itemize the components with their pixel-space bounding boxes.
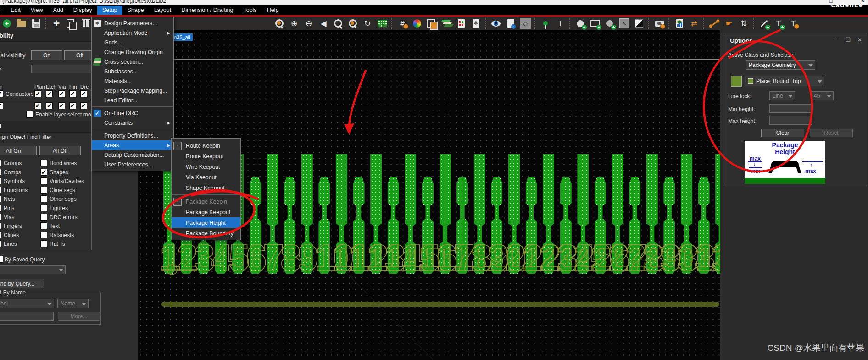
layer-checkbox-row1-Drc[interactable]: ✓ [80,102,87,109]
find-checkbox-comps[interactable] [0,169,1,176]
enable-layer-select-checkbox[interactable] [26,111,33,118]
zoom-in-icon[interactable]: ⊕ [289,18,300,29]
layer-checkbox-Conductors-Drc[interactable]: ✓ [80,90,87,97]
find-checkbox-text[interactable] [40,222,47,229]
global-on-button[interactable]: On [31,50,62,60]
name-input[interactable] [0,312,54,321]
edit-text-icon[interactable]: T [788,18,799,29]
layer-row-select-checkbox[interactable]: ✓ [0,90,3,97]
layer-col-drc[interactable]: Drc [80,84,89,89]
move-icon[interactable]: ✚ [51,18,62,29]
class-dropdown[interactable]: Package Geometry [746,60,815,70]
global-off-button[interactable]: Off [64,50,95,60]
layer-checkbox-row1-Via[interactable]: ✓ [58,102,65,109]
zoom-previous-icon[interactable]: ◀ [318,18,329,29]
cross-section-icon[interactable] [441,18,452,29]
snapshot-icon[interactable] [654,18,665,29]
subclass-dropdown[interactable]: Place_Bound_Top [745,76,824,86]
flip-design-icon[interactable]: ⇄ [689,18,700,29]
subclass-color-swatch[interactable] [731,76,742,87]
options-float-icon[interactable]: ❐ [846,37,851,43]
setup-menu-item-property-definitions-[interactable]: Property Definitions... [92,131,173,140]
text-cursor-icon[interactable]: I [555,18,566,29]
find-checkbox-other-segs[interactable] [40,195,47,202]
copy-icon[interactable] [66,18,77,29]
find-checkbox-voids-cavities[interactable] [40,177,47,184]
all-off-button[interactable]: All Off [39,146,81,155]
edit-boundary-icon[interactable] [634,18,645,29]
zoom-out-icon[interactable]: ⊖ [303,18,314,29]
menu-display[interactable]: Display [68,6,97,15]
areas-submenu-item-package-keepin[interactable]: ▫Package Keepin [172,196,240,207]
layer-col-plan[interactable]: Plan [34,84,45,89]
options-minimize-icon[interactable]: ─ [834,37,838,43]
menu-add[interactable]: Add [48,6,68,15]
max-height-input[interactable] [769,116,812,125]
layer-col-via[interactable]: Via [58,84,66,89]
setup-menu-item-lead-editor-[interactable]: Lead Editor... [92,95,173,105]
options-close-icon[interactable]: ✕ [857,37,862,43]
shadow-mode-icon[interactable] [426,18,437,29]
reports-icon[interactable] [674,18,685,29]
add-rect-shape-icon[interactable]: + [590,18,601,29]
find-checkbox-cline-segs[interactable] [40,187,47,194]
menu-layout[interactable]: Layout [149,6,177,15]
color192-icon[interactable] [412,18,423,29]
add-line-icon[interactable]: + [758,18,769,29]
add-connect-line-icon[interactable] [709,18,720,29]
setup-menu-item-grids-[interactable]: Grids... [92,38,173,47]
menu-view[interactable]: View [26,6,48,15]
find-checkbox-bond-wires[interactable] [40,160,47,166]
setup-menu-item-constraints[interactable]: Constraints▶ [92,118,173,127]
line-lock-angle-dropdown[interactable]: 45 [811,91,834,100]
add-polygon-shape-icon[interactable]: + [575,18,586,29]
open-design-icon[interactable] [16,18,27,29]
zoom-points-icon[interactable] [274,18,285,29]
areas-submenu-item-route-keepin[interactable]: ▫Route Keepin [172,140,240,151]
layer-checkbox-row1-Etch[interactable]: ✓ [46,102,53,109]
menu-edit[interactable]: Edit [6,6,26,15]
find-checkbox-drc-errors[interactable] [40,214,47,221]
menu-dimension-drafting[interactable]: Dimension / Drafting [176,6,238,15]
layer-checkbox-row1-Plan[interactable]: ✓ [34,102,41,109]
design-parameters-icon[interactable] [470,18,481,29]
layer-checkbox-row1-Pin[interactable]: ✓ [69,102,76,109]
layer-checkbox-Conductors-Etch[interactable]: ✓ [46,90,53,97]
areas-submenu-item-route-keepout[interactable]: Route Keepout [172,151,240,161]
areas-submenu-item-package-boundary[interactable]: Package Boundary [172,228,240,238]
highlight-pin-icon[interactable] [540,18,551,29]
visibility-eye-icon[interactable] [490,18,501,29]
setup-menu-item-materials-[interactable]: Materials... [92,76,173,86]
select-shape-icon[interactable]: ↖ [619,18,630,29]
setup-menu-item-user-preferences-[interactable]: User Preferences... [92,160,173,169]
find-checkbox-fingers[interactable] [0,222,1,229]
min-height-input[interactable] [769,104,812,113]
find-checkbox-functions[interactable] [0,187,1,194]
layer-col-pin[interactable]: Pin [69,84,77,89]
setup-menu-item-on-line-drc[interactable]: ✓On-Line DRC [92,108,173,118]
areas-submenu-item-package-height[interactable]: Package Height [172,217,240,228]
find-by-query-button[interactable]: Find by Query... [0,279,44,288]
all-on-button[interactable]: All On [0,146,37,155]
add-text-icon[interactable]: T+ [773,18,784,29]
design-tab[interactable]: n35_all [171,33,193,41]
find-checkbox-ratsnests[interactable] [40,232,47,238]
find-checkbox-shapes[interactable]: ✓ [40,169,47,176]
open-board-icon[interactable] [377,18,388,29]
grid-toggle-icon[interactable]: # [397,18,408,29]
layer-checkbox-Conductors-Plan[interactable]: ✓ [34,90,41,97]
menu-help[interactable]: Help [262,6,284,15]
setup-menu-item-areas[interactable]: Areas▶ [92,140,173,150]
areas-submenu-item-wire-keepout[interactable]: Wire Keepout [172,161,240,172]
find-checkbox-rat-ts[interactable] [40,240,47,247]
layer-row-select-checkbox[interactable]: ✓ [0,102,3,109]
name-mode-dropdown[interactable]: Name [57,299,89,308]
areas-submenu-item-shape-keepout[interactable]: Shape Keepout [172,183,240,193]
find-checkbox-groups[interactable] [0,160,1,166]
setup-menu-item-subclasses-[interactable]: Subclasses... [92,66,173,76]
setup-menu-item-datatip-customization-[interactable]: Datatip Customization... [92,150,173,160]
setup-menu-item-cross-section-[interactable]: Cross-section... [92,57,173,66]
zoom-world-icon[interactable] [333,18,344,29]
menu-setup[interactable]: Setup [97,6,122,15]
setup-menu-item-change-drawing-origin[interactable]: Change Drawing Origin [92,47,173,57]
